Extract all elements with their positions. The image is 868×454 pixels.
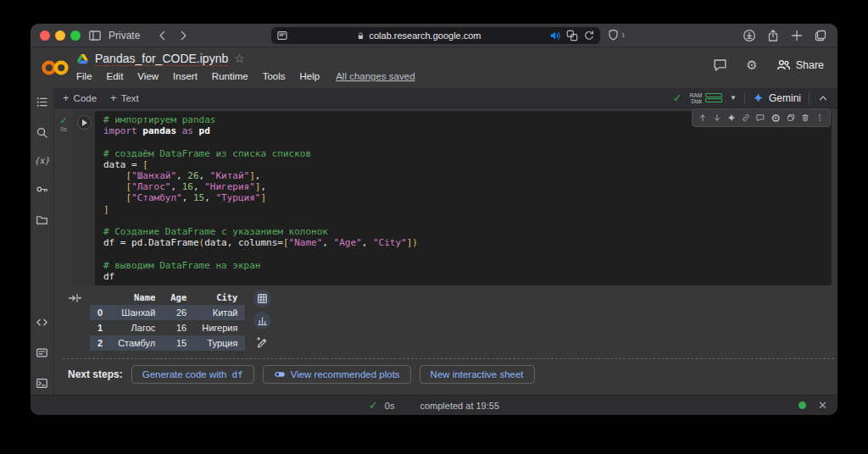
menu-insert[interactable]: Insert <box>173 71 198 81</box>
search-icon[interactable] <box>36 126 48 139</box>
next-step-button-3[interactable]: New interactive sheet <box>420 365 535 384</box>
browser-chrome: Private colab.research.google.com <box>31 24 837 47</box>
interactive-table-icon[interactable] <box>253 290 271 307</box>
settings-icon[interactable]: ⚙ <box>769 113 782 124</box>
delete-icon[interactable] <box>799 112 811 124</box>
browser-window: Private colab.research.google.com <box>31 24 837 415</box>
code-cell: ✓ 0s # импортируем pandasimport pandas a… <box>54 111 832 285</box>
status-completed-text: completed at 19:55 <box>420 401 499 411</box>
add-code-button[interactable]: + Code <box>63 91 97 104</box>
menu-file[interactable]: File <box>76 71 92 81</box>
reload-icon[interactable] <box>583 30 595 42</box>
next-steps: Next steps: Generate code withdfView rec… <box>68 365 837 384</box>
code-line <box>103 215 823 226</box>
move-cell-down-icon[interactable] <box>711 112 723 124</box>
save-status-link[interactable]: All changes saved <box>336 71 415 81</box>
dataframe-table: NameAgeCity0Шанхай26Китай1Лагос16Нигерия… <box>90 290 245 351</box>
terminal-icon[interactable] <box>36 377 48 390</box>
table-of-contents-icon[interactable] <box>36 96 48 108</box>
menu-tools[interactable]: Tools <box>263 71 286 81</box>
link-icon[interactable] <box>740 112 752 124</box>
comment-icon[interactable] <box>754 112 766 124</box>
output-divider <box>63 358 834 359</box>
share-page-icon[interactable] <box>766 29 780 42</box>
minimize-window-button[interactable] <box>55 30 65 41</box>
table-row: 2Стамбул15Турция <box>90 335 245 351</box>
gemini-sparkle-icon <box>753 92 764 103</box>
gemini-button[interactable]: Gemini <box>753 92 801 104</box>
run-cell-button[interactable] <box>77 115 92 130</box>
url-bar[interactable]: colab.research.google.com <box>271 27 600 44</box>
new-tab-icon[interactable] <box>790 29 804 42</box>
gemini-spark-icon[interactable] <box>726 112 737 124</box>
code-line: df = pd.DataFrame(data, columns=["Name",… <box>103 237 823 248</box>
toggle-icon <box>274 368 286 380</box>
resource-monitor[interactable]: RAM Disk <box>690 92 722 104</box>
code-line <box>103 136 823 147</box>
output-options-icon[interactable] <box>68 291 81 305</box>
code-line: # создаём DataFrame из списка списков <box>103 148 823 159</box>
command-palette-icon[interactable] <box>36 346 48 359</box>
more-vert-icon[interactable] <box>814 112 826 124</box>
menu-view[interactable]: View <box>137 71 159 81</box>
cell-toolbar: ⚙ <box>692 108 831 127</box>
code-editor[interactable]: # импортируем pandasimport pandas as pd … <box>95 111 832 285</box>
collapse-toolbar-icon[interactable] <box>817 92 829 104</box>
variables-icon[interactable]: {x} <box>34 157 49 165</box>
next-steps-label: Next steps: <box>68 368 123 380</box>
column-header-age: Age <box>163 290 194 305</box>
desktop: Private colab.research.google.com <box>0 0 868 454</box>
next-step-button-2[interactable]: View recommended plots <box>263 365 411 384</box>
code-line: df <box>103 271 823 282</box>
notebook-area: ⚙ ✓ 0s # импортируем pandasimport pandas… <box>54 108 837 395</box>
share-button[interactable]: Share <box>776 58 824 72</box>
table-cell: Турция <box>194 335 245 351</box>
menu-help[interactable]: Help <box>300 71 320 81</box>
tab-overview-icon[interactable] <box>814 29 827 42</box>
people-icon <box>776 58 791 72</box>
code-line: # выводим DataFrame на экран <box>103 260 823 271</box>
move-cell-up-icon[interactable] <box>697 112 709 124</box>
forward-icon[interactable] <box>176 29 190 42</box>
menu-runtime[interactable]: Runtime <box>212 71 248 81</box>
code-line: ["Лагос", 16, "Нигерия"], <box>103 181 823 192</box>
settings-gear-icon[interactable]: ⚙ <box>746 58 757 71</box>
downloads-icon[interactable] <box>743 29 756 42</box>
comments-icon[interactable] <box>713 58 727 72</box>
notebook-title[interactable]: Pandas_for_CODE.ipynb <box>95 52 228 65</box>
back-icon[interactable] <box>156 29 170 42</box>
zoom-window-button[interactable] <box>70 30 81 41</box>
next-step-button-1[interactable]: Generate code withdf <box>131 365 254 384</box>
add-text-button[interactable]: + Text <box>110 91 139 104</box>
table-cell: Китай <box>194 305 245 320</box>
generate-code-icon[interactable] <box>253 334 271 352</box>
cell-output: NameAgeCity0Шанхай26Китай1Лагос16Нигерия… <box>68 290 837 352</box>
resources-dropdown-icon[interactable]: ▼ <box>730 94 737 102</box>
page-menu-icon[interactable] <box>276 30 288 42</box>
lock-icon <box>356 31 365 41</box>
files-icon[interactable] <box>36 213 48 226</box>
notebook-toolbar: + Code + Text ✓ RAM Disk <box>54 88 837 108</box>
cell-executed-check-icon: ✓ <box>59 115 67 126</box>
privacy-shield[interactable]: 1 <box>607 29 625 42</box>
share-label: Share <box>796 59 824 71</box>
star-icon[interactable]: ☆ <box>234 52 245 65</box>
translate-icon[interactable] <box>566 30 578 42</box>
close-status-icon[interactable]: ✕ <box>818 399 827 412</box>
suggest-charts-icon[interactable] <box>253 312 271 329</box>
table-cell: 26 <box>163 305 194 320</box>
audio-playing-icon[interactable] <box>549 30 561 42</box>
secrets-icon[interactable] <box>36 183 48 196</box>
drive-icon <box>76 53 89 65</box>
index-header <box>90 290 110 305</box>
mirror-cell-icon[interactable] <box>785 112 797 124</box>
column-header-city: City <box>194 290 245 305</box>
colab-logo-icon[interactable] <box>41 58 70 78</box>
close-window-button[interactable] <box>40 30 50 41</box>
menu-edit[interactable]: Edit <box>107 71 124 81</box>
colab-header: Pandas_for_CODE.ipynb ☆ FileEditViewInse… <box>31 47 837 88</box>
code-snippets-icon[interactable] <box>36 316 48 329</box>
kernel-status-dot <box>798 401 806 409</box>
code-line: data = [ <box>103 159 823 170</box>
sidebar-toggle-icon[interactable] <box>88 29 102 42</box>
